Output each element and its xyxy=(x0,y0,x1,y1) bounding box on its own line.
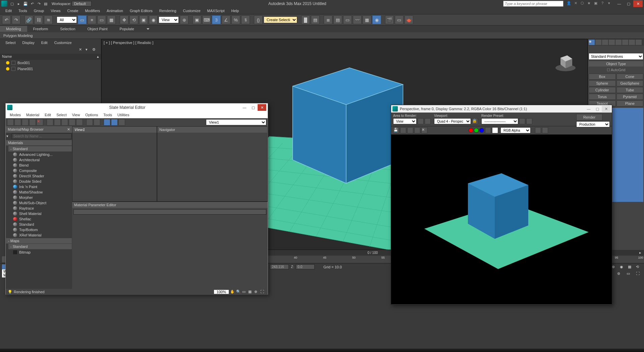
window-cross-button[interactable]: ▦ xyxy=(107,15,116,24)
browser-cat-maps-std[interactable]: - Standard xyxy=(8,244,72,249)
select-scale-button[interactable]: ▣ xyxy=(139,15,148,24)
material-item[interactable]: DirectX Shader xyxy=(6,173,72,179)
browser-options-icon[interactable]: ▾ xyxy=(6,134,12,138)
slate-close-button[interactable]: ✕ xyxy=(258,104,266,111)
unlink-button[interactable]: ⛓ xyxy=(34,15,43,24)
help-icon[interactable]: ? xyxy=(600,1,605,6)
nav-4-icon[interactable]: ⟲ xyxy=(636,265,642,269)
maximize-button[interactable]: ▢ xyxy=(624,0,633,7)
freeze-icon[interactable] xyxy=(11,61,15,65)
cp-tab-create[interactable]: ✹ xyxy=(589,40,595,45)
nav-8-icon[interactable]: ⛶ xyxy=(636,271,642,275)
material-item[interactable]: Raytrace xyxy=(6,206,72,211)
rfw-clone-button[interactable] xyxy=(407,127,413,133)
se-clear-icon[interactable]: ✕ xyxy=(79,47,84,53)
material-item[interactable]: Double Sided xyxy=(6,179,72,184)
blue-channel-toggle[interactable] xyxy=(479,128,484,133)
slate-tb-6[interactable] xyxy=(54,119,61,126)
render-output-canvas[interactable] xyxy=(391,135,612,304)
slate-view-tab[interactable]: View1 xyxy=(72,127,157,133)
slate-view-dropdown[interactable]: View1 xyxy=(206,119,266,125)
se-menu-select[interactable]: Select xyxy=(2,40,19,46)
undo-icon[interactable]: ↶ xyxy=(29,1,35,7)
slate-menu-edit[interactable]: Edit xyxy=(42,112,54,118)
cp-btn-pyramid[interactable]: Pyramid xyxy=(616,94,644,100)
cp-tab-extra2[interactable] xyxy=(636,40,642,45)
help-search-input[interactable] xyxy=(503,1,564,7)
minimize-button[interactable]: — xyxy=(614,0,624,7)
ribbon-button[interactable]: ▭ xyxy=(343,15,352,24)
render-button[interactable]: Render xyxy=(576,114,602,121)
menu-tools[interactable]: Tools xyxy=(15,8,31,13)
material-editor-button[interactable]: ◉ xyxy=(372,15,381,24)
select-rotate-button[interactable]: ⟲ xyxy=(129,15,138,24)
cp-btn-cone[interactable]: Cone xyxy=(616,74,644,80)
browser-cat-materials[interactable]: Materials xyxy=(6,140,72,145)
cp-btn-sphere[interactable]: Sphere xyxy=(589,80,616,86)
slate-nav-3-icon[interactable]: ▭ xyxy=(242,290,248,294)
preset-btn2[interactable] xyxy=(526,118,532,124)
menu-maxscript[interactable]: MAXScript xyxy=(204,8,228,13)
ribbon-tab-freeform[interactable]: Freeform xyxy=(27,26,54,32)
material-item[interactable]: Advanced Lighting... xyxy=(6,152,72,157)
se-column-header[interactable]: Name▴ xyxy=(0,54,101,60)
viewport-label[interactable]: [ + ] [ Perspective ] [ Realistic ] xyxy=(104,41,153,45)
undo-button[interactable]: ↶ xyxy=(2,15,11,24)
named-selset-button[interactable]: {} xyxy=(254,15,263,24)
area-btn2[interactable] xyxy=(425,118,431,124)
bind-button[interactable]: ≋ xyxy=(44,15,53,24)
render-titlebar[interactable]: Perspective, frame 0, Display Gamma: 2.2… xyxy=(391,105,612,113)
cp-btn-plane[interactable]: Plane xyxy=(616,100,644,106)
viewport-dropdown[interactable]: Quad 4 - Perspec xyxy=(434,118,471,124)
select-name-button[interactable]: ≡ xyxy=(88,15,96,24)
slate-menu-material[interactable]: Material xyxy=(23,112,42,118)
redo-button[interactable]: ↷ xyxy=(12,15,20,24)
menu-modifiers[interactable]: Modifiers xyxy=(82,8,103,13)
mirror-button[interactable]: ▐▌ xyxy=(301,15,310,24)
pivot-button[interactable]: ⊕ xyxy=(180,15,189,24)
select-move-button[interactable]: ✥ xyxy=(120,15,128,24)
slate-menu-modes[interactable]: Modes xyxy=(7,112,23,118)
material-item[interactable]: Standard xyxy=(6,222,72,227)
menu-animation[interactable]: Animation xyxy=(103,8,126,13)
slate-zoom[interactable]: 100% xyxy=(214,290,229,294)
cp-btn-torus[interactable]: Torus xyxy=(589,94,616,100)
close-button[interactable]: ✕ xyxy=(633,0,643,7)
area-btn1[interactable] xyxy=(418,118,424,124)
rfw-print-button[interactable] xyxy=(414,127,420,133)
browser-header[interactable]: Material/Map Browser✕ xyxy=(6,126,72,133)
slate-tb-layout1[interactable] xyxy=(104,119,110,126)
rfw-clear-button[interactable]: ✕ xyxy=(421,127,427,133)
material-item[interactable]: Shell Material xyxy=(6,211,72,216)
browser-search-input[interactable] xyxy=(12,133,71,139)
spinner-snap-button[interactable]: ⥮ xyxy=(241,15,250,24)
workspace-dropdown[interactable]: Default xyxy=(72,1,92,6)
preset-btn1[interactable] xyxy=(519,118,525,124)
se-item-box001[interactable]: Box001 xyxy=(0,60,101,66)
se-menu-display[interactable]: Display xyxy=(19,40,38,46)
percent-snap-button[interactable]: % xyxy=(231,15,240,24)
slate-titlebar[interactable]: Slate Material Editor — ▢ ✕ xyxy=(6,103,268,112)
slate-tb-8[interactable] xyxy=(69,119,75,126)
open-icon[interactable]: ▸ xyxy=(16,1,22,7)
os-taskbar[interactable] xyxy=(0,349,644,352)
manipulate-button[interactable]: ▣ xyxy=(193,15,201,24)
slate-nav-pan-icon[interactable]: ✋ xyxy=(230,290,235,294)
material-item[interactable]: Morpher xyxy=(6,195,72,200)
keyboard-button[interactable]: ⌨ xyxy=(202,15,211,24)
se-item-plane001[interactable]: Plane001 xyxy=(0,66,101,72)
ribbon-tab-populate[interactable]: Populate xyxy=(113,26,140,32)
mono-toggle[interactable] xyxy=(492,127,498,133)
se-filter-icon[interactable]: ▾ xyxy=(86,47,91,53)
chevron-down-icon[interactable]: ▾ xyxy=(606,1,612,6)
material-item[interactable]: Top/Bottom xyxy=(6,227,72,232)
slate-minimize-button[interactable]: — xyxy=(240,104,249,111)
comm-icon[interactable]: ▣ xyxy=(593,1,598,6)
slate-tb-2[interactable] xyxy=(14,119,21,126)
named-selset-dropdown[interactable]: Create Selection Se xyxy=(264,16,297,23)
se-display-icon[interactable]: ⚙ xyxy=(92,47,98,53)
slate-nav-5-icon[interactable]: ⊕ xyxy=(254,290,260,294)
menu-rendering[interactable]: Rendering xyxy=(156,8,180,13)
material-item[interactable]: Ink 'n Paint xyxy=(6,184,72,189)
ribbon-tab-modeling[interactable]: Modeling xyxy=(0,26,27,32)
